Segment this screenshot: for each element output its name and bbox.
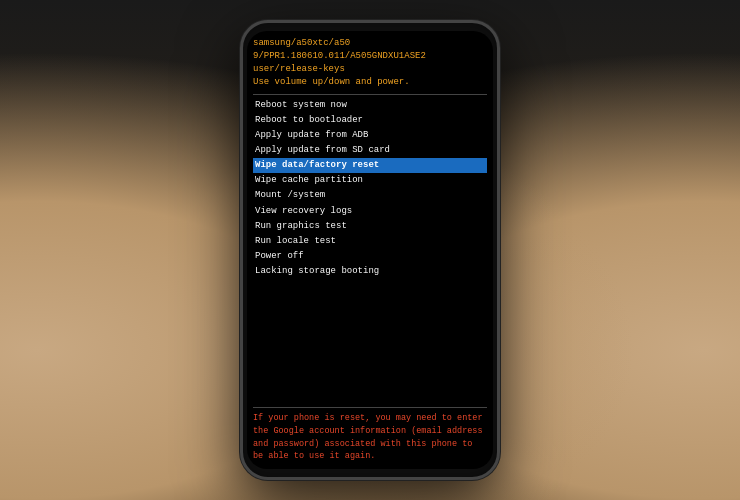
- menu-item[interactable]: Lacking storage booting: [253, 264, 487, 279]
- menu-item[interactable]: View recovery logs: [253, 204, 487, 219]
- volume-up-button[interactable]: [240, 103, 242, 131]
- warning-message: If your phone is reset, you may need to …: [253, 412, 487, 463]
- menu-item[interactable]: Power off: [253, 249, 487, 264]
- menu-item[interactable]: Apply update from ADB: [253, 128, 487, 143]
- menu-item[interactable]: Mount /system: [253, 188, 487, 203]
- recovery-menu: samsung/a50xtc/a50 9/PPR1.180610.011/A50…: [247, 31, 493, 469]
- menu-item[interactable]: Run graphics test: [253, 219, 487, 234]
- menu-item[interactable]: Reboot system now: [253, 98, 487, 113]
- scene: samsung/a50xtc/a50 9/PPR1.180610.011/A50…: [0, 0, 740, 500]
- warning-area: If your phone is reset, you may need to …: [253, 407, 487, 463]
- phone-screen: samsung/a50xtc/a50 9/PPR1.180610.011/A50…: [247, 31, 493, 469]
- navigation-hint: Use volume up/down and power.: [253, 76, 487, 89]
- menu-list: Reboot system nowReboot to bootloaderApp…: [253, 98, 487, 403]
- phone: samsung/a50xtc/a50 9/PPR1.180610.011/A50…: [240, 20, 500, 480]
- device-model: samsung/a50xtc/a50: [253, 37, 487, 50]
- volume-down-button[interactable]: [240, 138, 242, 166]
- device-info: samsung/a50xtc/a50 9/PPR1.180610.011/A50…: [253, 37, 487, 89]
- menu-item[interactable]: Apply update from SD card: [253, 143, 487, 158]
- menu-item[interactable]: Reboot to bootloader: [253, 113, 487, 128]
- menu-item[interactable]: Wipe data/factory reset: [253, 158, 487, 173]
- menu-item[interactable]: Wipe cache partition: [253, 173, 487, 188]
- menu-item[interactable]: Run locale test: [253, 234, 487, 249]
- build-type: user/release-keys: [253, 63, 487, 76]
- divider-top: [253, 94, 487, 95]
- build-number: 9/PPR1.180610.011/A505GNDXU1ASE2: [253, 50, 487, 63]
- power-button[interactable]: [498, 113, 500, 153]
